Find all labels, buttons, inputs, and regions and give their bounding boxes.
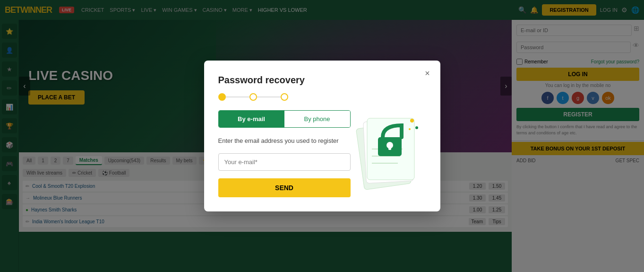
progress-steps — [218, 93, 426, 101]
svg-point-10 — [415, 126, 418, 129]
step-line-2 — [257, 97, 281, 97]
password-recovery-modal: × Password recovery By e-mail By phone E… — [204, 61, 440, 211]
step-1 — [218, 93, 226, 101]
recovery-method-tabs: By e-mail By phone — [218, 110, 351, 128]
modal-illustration — [351, 110, 426, 197]
svg-point-11 — [409, 128, 411, 130]
svg-point-9 — [410, 119, 414, 123]
step-line-1 — [226, 97, 249, 97]
step-2 — [249, 93, 257, 101]
recovery-description: Enter the email address you used to regi… — [218, 136, 351, 146]
svg-rect-8 — [388, 145, 391, 150]
modal-title: Password recovery — [218, 75, 426, 86]
step-3 — [281, 93, 288, 101]
tab-by-email[interactable]: By e-mail — [219, 111, 284, 127]
modal-close-button[interactable]: × — [422, 68, 433, 79]
modal-overlay: × Password recovery By e-mail By phone E… — [0, 0, 644, 272]
send-recovery-button[interactable]: SEND — [218, 178, 351, 197]
tab-by-phone[interactable]: By phone — [284, 111, 350, 127]
lock-svg — [355, 111, 421, 196]
modal-body: By e-mail By phone Enter the email addre… — [218, 110, 426, 197]
recovery-email-input[interactable] — [218, 153, 351, 171]
modal-form: By e-mail By phone Enter the email addre… — [218, 110, 351, 197]
